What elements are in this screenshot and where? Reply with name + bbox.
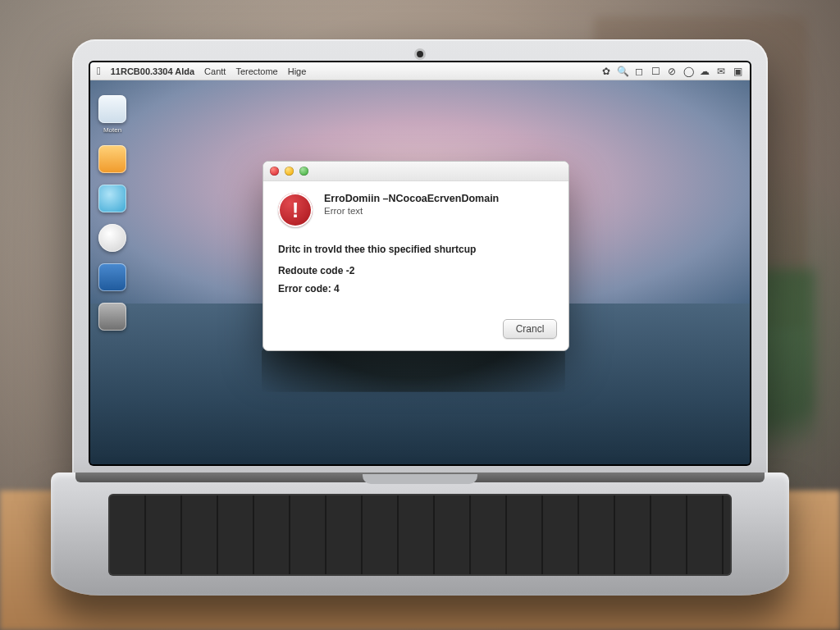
menubar-item[interactable]: Hige xyxy=(288,66,307,76)
environment-photo:  11RCB00.3304 Alda Cantt Terectome Hige… xyxy=(0,0,840,630)
error-dialog: ErroDomiin –NCocoaEcrvenDomain Error tex… xyxy=(262,161,569,351)
status-icon[interactable]: ✉ xyxy=(715,66,727,77)
search-icon[interactable]: 🔍 xyxy=(617,66,628,77)
menubar-item[interactable]: Terectome xyxy=(235,66,277,76)
dialog-titlebar[interactable] xyxy=(263,162,568,181)
laptop-notch xyxy=(363,474,477,484)
laptop-keyboard xyxy=(108,494,732,576)
menubar-app-title[interactable]: 11RCB00.3304 Alda xyxy=(111,66,194,76)
desktop-icon[interactable] xyxy=(98,185,126,212)
laptop-lid:  11RCB00.3304 Alda Cantt Terectome Hige… xyxy=(72,39,768,482)
window-close-icon[interactable] xyxy=(270,167,279,176)
window-minimize-icon[interactable] xyxy=(285,167,294,176)
webcam xyxy=(417,51,423,57)
window-zoom-icon[interactable] xyxy=(299,167,308,176)
status-icons: ✿ 🔍 ◻ ☐ ⊘ ◯ ☁ ✉ ▣ xyxy=(600,66,743,77)
status-icon[interactable]: ✿ xyxy=(600,66,612,77)
desktop-icon[interactable] xyxy=(98,95,126,123)
status-icon[interactable]: ⊘ xyxy=(666,66,678,77)
menubar-item[interactable]: Cantt xyxy=(204,66,226,76)
screen-bezel:  11RCB00.3304 Alda Cantt Terectome Hige… xyxy=(89,61,751,466)
laptop-base xyxy=(51,472,789,596)
dialog-detail-line: Error code: 4 xyxy=(278,283,554,294)
apple-menu-icon[interactable]:  xyxy=(97,66,101,76)
desktop-icon-label: Moten xyxy=(98,126,126,134)
status-icon[interactable]: ☁ xyxy=(699,66,710,77)
status-icon[interactable]: ☐ xyxy=(650,66,661,77)
status-icon[interactable]: ◻ xyxy=(633,66,645,77)
status-icon[interactable]: ◯ xyxy=(682,66,694,77)
dialog-detail-line: Redoute code -2 xyxy=(278,265,554,276)
desktop-icon[interactable] xyxy=(98,303,126,331)
dialog-button-bar: Crancl xyxy=(263,311,568,350)
desktop-icon[interactable] xyxy=(98,263,126,291)
desktop-icon-column: Moten xyxy=(98,95,126,331)
alert-icon xyxy=(278,193,313,227)
desktop-icon[interactable] xyxy=(98,224,126,252)
desktop-icon[interactable] xyxy=(98,145,126,173)
desktop-screen:  11RCB00.3304 Alda Cantt Terectome Hige… xyxy=(90,62,750,464)
laptop:  11RCB00.3304 Alda Cantt Terectome Hige… xyxy=(72,39,768,581)
dialog-subheading: Error text xyxy=(324,206,554,216)
dialog-message: Dritc in trovld thee thio specified shur… xyxy=(278,244,554,255)
dialog-body: ErroDomiin –NCocoaEcrvenDomain Error tex… xyxy=(263,181,568,311)
menu-bar:  11RCB00.3304 Alda Cantt Terectome Hige… xyxy=(90,62,750,80)
cancel-button[interactable]: Crancl xyxy=(503,319,557,339)
status-icon[interactable]: ▣ xyxy=(732,66,743,77)
dialog-heading: ErroDomiin –NCocoaEcrvenDomain xyxy=(324,193,554,204)
